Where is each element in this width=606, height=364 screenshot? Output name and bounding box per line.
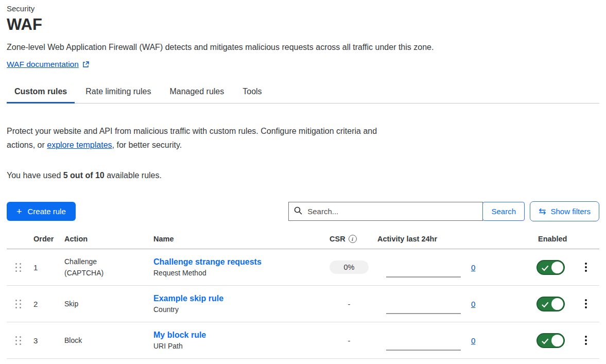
activity-sparkline [386,313,461,314]
tab-tools[interactable]: Tools [235,82,269,103]
tab-rate-limiting-rules[interactable]: Rate limiting rules [78,82,159,103]
csr-cell: - [322,300,377,308]
rule-field: Country [153,305,322,314]
drag-handle-icon[interactable] [15,336,21,345]
csr-header-label: CSR [330,235,345,243]
intro-text: Protect your website and API from malici… [7,124,390,152]
column-header-order: Order [27,235,58,243]
activity-count-link[interactable]: 0 [471,336,475,345]
search-input[interactable] [306,206,477,216]
rule-order: 2 [27,300,58,308]
usage-text: You have used 5 out of 10 available rule… [7,171,599,180]
rule-field: URI Path [153,342,322,350]
row-menu-kebab-icon[interactable] [581,297,591,310]
waf-documentation-link[interactable]: WAF documentation [7,60,79,69]
column-header-action: Action [58,235,147,243]
breadcrumb: Security [7,4,599,13]
table-row: 3 Block My block rule URI Path - 0 [7,322,599,359]
rule-action: Block [58,335,115,346]
tab-managed-rules[interactable]: Managed rules [162,82,232,103]
table-row: 1 Challenge (CAPTCHA) Challenge strange … [7,249,599,286]
rule-action: Challenge (CAPTCHA) [58,256,115,279]
rule-field: Request Method [153,269,322,277]
tab-bar: Custom rules Rate limiting rules Managed… [7,82,599,103]
check-icon [542,337,549,346]
toolbar-right: Search ⇆ Show filters [288,201,599,221]
enabled-toggle[interactable] [536,333,565,348]
enabled-cell [520,333,574,348]
page-description: Zone-level Web Application Firewall (WAF… [7,43,599,52]
csr-cell: - [322,336,377,345]
row-menu-kebab-icon[interactable] [581,334,591,347]
enabled-cell [520,260,574,275]
swap-arrows-icon: ⇆ [539,207,546,216]
csr-value: - [330,300,369,308]
usage-before: You have used [7,171,63,180]
row-menu-kebab-icon[interactable] [581,261,591,274]
enabled-cell [520,297,574,311]
usage-after: available rules. [105,171,162,180]
search-group: Search [288,202,525,221]
plus-icon: + [16,207,22,216]
rule-name-link[interactable]: Challenge strange requests [153,257,262,267]
doc-link-row: WAF documentation [7,60,599,69]
csr-cell: 0% [322,261,377,274]
search-button[interactable]: Search [482,202,525,221]
enabled-toggle[interactable] [536,260,565,275]
column-header-csr: CSR i [322,235,377,243]
activity-cell: 0 [377,249,520,285]
rule-name-cell: Example skip rule Country [147,294,322,314]
intro-after: , for better security. [112,141,182,149]
activity-sparkline [386,276,461,278]
show-filters-label: Show filters [550,207,591,216]
drag-handle-icon[interactable] [15,263,21,272]
external-link-icon [82,61,90,68]
activity-sparkline [386,350,461,351]
search-box [288,202,483,221]
rule-name-link[interactable]: My block rule [153,331,206,340]
rule-order: 3 [27,336,58,345]
info-icon[interactable]: i [349,235,357,243]
show-filters-button[interactable]: ⇆ Show filters [530,201,599,221]
rule-name-cell: Challenge strange requests Request Metho… [147,257,322,277]
activity-cell: 0 [377,286,520,322]
enabled-toggle[interactable] [536,297,565,311]
drag-handle-icon[interactable] [15,300,21,308]
column-header-activity: Activity last 24hr [377,235,520,243]
column-header-enabled: Enabled [520,235,574,243]
activity-cell: 0 [377,322,520,358]
toolbar: + Create rule Search ⇆ Show filters [7,201,599,221]
usage-count: 5 out of 10 [63,171,105,180]
table-row: 2 Skip Example skip rule Country - 0 [7,286,599,322]
create-rule-label: Create rule [28,207,66,216]
csr-badge: 0% [330,261,369,274]
rule-action: Skip [58,298,115,309]
check-icon [542,301,549,310]
activity-count-link[interactable]: 0 [471,300,475,308]
rule-name-link[interactable]: Example skip rule [153,294,223,303]
explore-templates-link[interactable]: explore templates [47,141,112,149]
search-icon [294,206,306,217]
tab-custom-rules[interactable]: Custom rules [7,82,75,103]
rules-table: Order Action Name CSR i Activity last 24… [7,232,599,359]
create-rule-button[interactable]: + Create rule [7,202,76,221]
check-icon [542,264,549,273]
rule-name-cell: My block rule URI Path [147,331,322,350]
page-title: WAF [7,15,599,34]
csr-value: - [330,336,369,345]
column-header-name: Name [147,235,322,243]
rule-order: 1 [27,263,58,272]
table-header-row: Order Action Name CSR i Activity last 24… [7,232,599,249]
activity-count-link[interactable]: 0 [471,263,475,272]
